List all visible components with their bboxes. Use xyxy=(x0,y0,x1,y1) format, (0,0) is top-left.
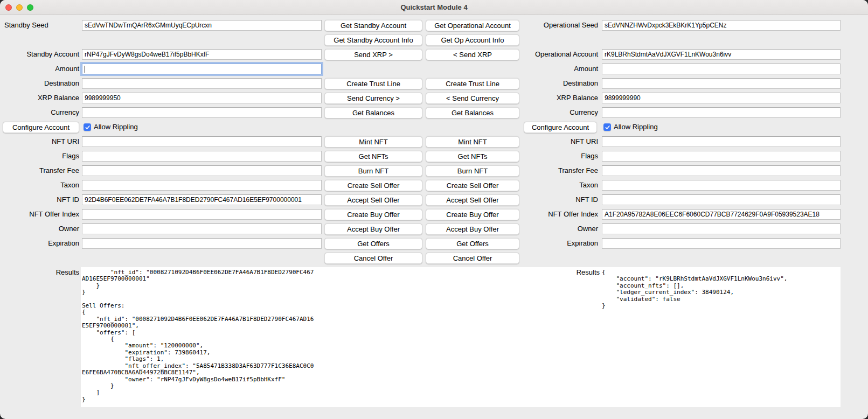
row-nft-uri: NFT URI Mint NFT Mint NFT NFT URI xyxy=(0,136,868,147)
standby-get-nfts-button[interactable]: Get NFTs xyxy=(324,151,422,162)
operational-seed-label: Operational Seed xyxy=(519,20,600,31)
op-configure-account-button[interactable]: Configure Account xyxy=(524,122,597,133)
op-create-buy-offer-button[interactable]: Create Buy Offer xyxy=(426,209,519,220)
operational-nft-id-input[interactable] xyxy=(602,194,841,205)
operational-transfer-fee-input[interactable] xyxy=(602,165,841,176)
standby-mint-nft-button[interactable]: Mint NFT xyxy=(324,136,422,148)
get-op-account-info-button[interactable]: Get Op Account Info xyxy=(426,34,519,46)
row-seed: Standby Seed Get Standby Account Get Ope… xyxy=(0,20,868,31)
window-title: Quickstart Module 4 xyxy=(400,3,467,11)
operational-seed-input[interactable] xyxy=(602,20,841,31)
op-create-trust-line-button[interactable]: Create Trust Line xyxy=(426,78,519,89)
operational-results-label: Results xyxy=(322,267,602,278)
get-standby-account-button[interactable]: Get Standby Account xyxy=(324,20,422,31)
standby-create-buy-offer-button[interactable]: Create Buy Offer xyxy=(324,209,422,220)
checkmark-icon xyxy=(85,124,91,130)
operational-results-text[interactable]: { "account": "rK9LBRhStdmtAaVdJXGVF1LnKW… xyxy=(602,267,841,407)
operational-nft-uri-input[interactable] xyxy=(602,136,841,147)
operational-taxon-input[interactable] xyxy=(602,180,841,191)
operational-nft-offer-index-label: NFT Offer Index xyxy=(519,209,600,220)
standby-nft-offer-index-input[interactable] xyxy=(82,209,322,220)
standby-nft-uri-input[interactable] xyxy=(82,136,322,147)
op-accept-buy-offer-button[interactable]: Accept Buy Offer xyxy=(426,224,519,235)
standby-currency-input[interactable] xyxy=(82,107,322,118)
operational-currency-input[interactable] xyxy=(602,107,841,118)
close-button[interactable] xyxy=(5,4,12,11)
standby-destination-input[interactable] xyxy=(82,78,322,89)
standby-flags-input[interactable] xyxy=(82,151,322,162)
standby-create-trust-line-button[interactable]: Create Trust Line xyxy=(324,78,422,89)
operational-amount-input[interactable] xyxy=(602,64,841,74)
standby-allow-rippling-checkbox[interactable] xyxy=(84,123,91,131)
standby-currency-label: Currency xyxy=(0,107,81,118)
op-get-nfts-button[interactable]: Get NFTs xyxy=(426,151,519,162)
minimize-button[interactable] xyxy=(16,4,23,11)
row-cancel-offer: Cancel Offer Cancel Offer xyxy=(0,253,868,263)
standby-accept-sell-offer-button[interactable]: Accept Sell Offer xyxy=(324,194,422,206)
operational-nft-offer-index-input[interactable] xyxy=(602,209,841,220)
row-expiration: Expiration Get Offers Get Offers Expirat… xyxy=(0,238,868,249)
row-xrp-balance: XRP Balance Send Currency > < Send Curre… xyxy=(0,93,868,103)
op-send-xrp-button[interactable]: < Send XRP xyxy=(426,49,519,60)
standby-owner-input[interactable] xyxy=(82,224,322,234)
standby-transfer-fee-input[interactable] xyxy=(82,165,322,176)
standby-send-xrp-button[interactable]: Send XRP > xyxy=(324,49,422,60)
standby-results-label: Results xyxy=(0,267,81,278)
operational-owner-input[interactable] xyxy=(602,224,841,234)
standby-amount-label: Amount xyxy=(0,64,81,74)
operational-destination-label: Destination xyxy=(519,78,600,89)
standby-amount-input[interactable] xyxy=(82,64,322,74)
standby-nft-uri-label: NFT URI xyxy=(0,136,81,147)
standby-results-text[interactable]: "nft_id": "0008271092D4B6F0EE062DE7FA46A… xyxy=(82,267,322,407)
operational-destination-input[interactable] xyxy=(602,78,841,89)
standby-xrp-balance-input[interactable] xyxy=(82,93,322,103)
standby-create-sell-offer-button[interactable]: Create Sell Offer xyxy=(324,180,422,191)
operational-account-input[interactable] xyxy=(602,49,841,60)
row-amount: Amount Amount xyxy=(0,64,868,74)
operational-flags-label: Flags xyxy=(519,151,600,162)
standby-get-offers-button[interactable]: Get Offers xyxy=(324,238,422,249)
standby-account-label: Standby Account xyxy=(0,49,81,60)
operational-transfer-fee-label: Transfer Fee xyxy=(519,165,600,176)
op-get-offers-button[interactable]: Get Offers xyxy=(426,238,519,249)
op-mint-nft-button[interactable]: Mint NFT xyxy=(426,136,519,148)
op-accept-sell-offer-button[interactable]: Accept Sell Offer xyxy=(426,194,519,206)
standby-cancel-offer-button[interactable]: Cancel Offer xyxy=(324,253,422,264)
zoom-button[interactable] xyxy=(27,4,33,11)
op-cancel-offer-button[interactable]: Cancel Offer xyxy=(426,253,519,264)
op-send-currency-button[interactable]: < Send Currency xyxy=(426,93,519,104)
standby-taxon-label: Taxon xyxy=(0,180,81,191)
operational-expiration-input[interactable] xyxy=(602,238,841,249)
op-get-balances-button[interactable]: Get Balances xyxy=(426,107,519,118)
standby-expiration-label: Expiration xyxy=(0,238,81,249)
get-standby-account-info-button[interactable]: Get Standby Account Info xyxy=(324,34,422,46)
operational-xrp-balance-input[interactable] xyxy=(602,93,841,103)
operational-flags-input[interactable] xyxy=(602,151,841,162)
results-band: "nft_id": "0008271092D4B6F0EE062DE7FA46A… xyxy=(81,267,841,407)
standby-burn-nft-button[interactable]: Burn NFT xyxy=(324,165,422,177)
standby-get-balances-button[interactable]: Get Balances xyxy=(324,107,422,118)
title-bar[interactable]: Quickstart Module 4 xyxy=(0,0,868,15)
form: Standby Seed Get Standby Account Get Ope… xyxy=(0,15,868,407)
operational-amount-label: Amount xyxy=(519,64,600,74)
row-transfer-fee: Transfer Fee Burn NFT Burn NFT Transfer … xyxy=(0,165,868,176)
standby-taxon-input[interactable] xyxy=(82,180,322,191)
standby-nft-offer-index-label: NFT Offer Index xyxy=(0,209,81,220)
row-flags: Flags Get NFTs Get NFTs Flags xyxy=(0,151,868,162)
checkmark-icon xyxy=(605,124,610,130)
standby-nft-id-input[interactable] xyxy=(82,194,322,205)
standby-transfer-fee-label: Transfer Fee xyxy=(0,165,81,176)
standby-account-input[interactable] xyxy=(82,49,322,60)
standby-expiration-input[interactable] xyxy=(82,238,322,249)
get-operational-account-button[interactable]: Get Operational Account xyxy=(426,20,519,31)
op-create-sell-offer-button[interactable]: Create Sell Offer xyxy=(426,180,519,191)
row-nft-id: NFT ID Accept Sell Offer Accept Sell Off… xyxy=(0,194,868,205)
operational-xrp-balance-label: XRP Balance xyxy=(519,93,600,103)
row-results: Results "nft_id": "0008271092D4B6F0EE062… xyxy=(0,267,868,407)
standby-accept-buy-offer-button[interactable]: Accept Buy Offer xyxy=(324,224,422,235)
op-burn-nft-button[interactable]: Burn NFT xyxy=(426,165,519,177)
standby-seed-input[interactable] xyxy=(82,20,322,31)
op-allow-rippling-checkbox[interactable] xyxy=(603,123,611,131)
standby-configure-account-button[interactable]: Configure Account xyxy=(3,122,79,133)
standby-send-currency-button[interactable]: Send Currency > xyxy=(324,93,422,104)
